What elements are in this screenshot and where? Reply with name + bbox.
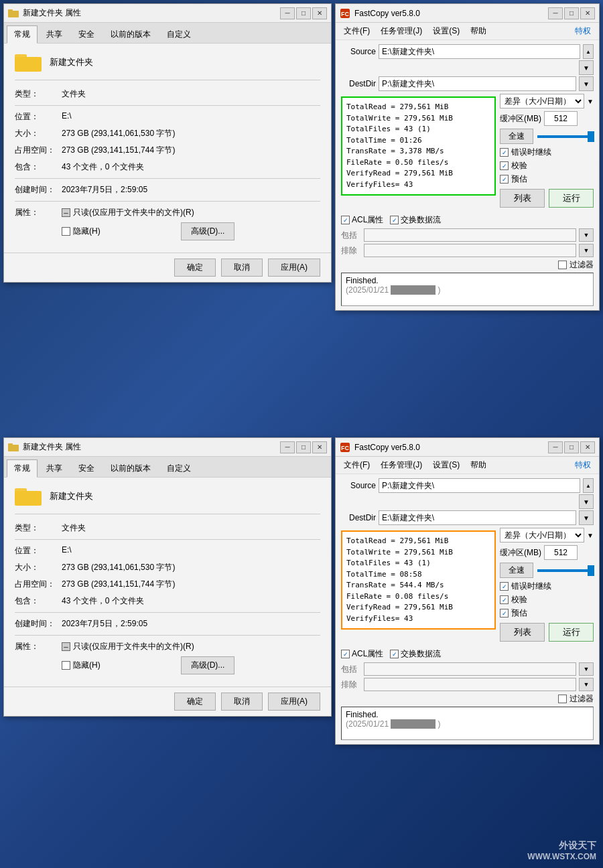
hidden-check-bottom[interactable]: 隐藏(H) [62, 660, 100, 671]
menu-special-top[interactable]: 特权 [570, 24, 596, 38]
source-dropdown-top[interactable]: ▼ [579, 60, 594, 75]
source-label-bottom: Source [341, 481, 376, 490]
diff-arrow-bottom[interactable]: ▼ [587, 532, 594, 539]
check-verify-bottom[interactable]: ✓ [500, 595, 509, 604]
maximize-button-bottom[interactable]: □ [296, 441, 311, 453]
advanced-button-bottom[interactable]: 高级(D)... [181, 656, 235, 674]
run-btn-bottom[interactable]: 运行 [549, 623, 594, 642]
menu-task-top[interactable]: 任务管理(J) [375, 24, 427, 38]
acl-check-top[interactable]: ✓ ACL属性 [341, 214, 383, 226]
exclude-dropdown-bottom[interactable]: ▼ [579, 678, 594, 691]
tab-share-bottom[interactable]: 共享 [39, 459, 70, 477]
diff-select-top[interactable]: 差异（大小/日期） [500, 94, 584, 108]
run-btn-top[interactable]: 运行 [549, 189, 594, 208]
speed-thumb-bottom[interactable] [588, 565, 594, 576]
tab-prev-top[interactable]: 以前的版本 [103, 25, 158, 43]
tab-general-top[interactable]: 常规 [7, 25, 38, 44]
menu-file-top[interactable]: 文件(F) [338, 24, 375, 38]
maximize-button[interactable]: □ [296, 7, 311, 19]
apply-button-bottom[interactable]: 应用(A) [268, 693, 320, 711]
hidden-check-top[interactable]: 隐藏(H) [62, 226, 100, 237]
acl-checkbox-top[interactable]: ✓ [341, 216, 350, 224]
diff-select-bottom[interactable]: 差异（大小/日期） [500, 528, 584, 542]
advanced-button-top[interactable]: 高级(D)... [181, 222, 235, 240]
destdir-dropdown-top[interactable]: ▼ [579, 76, 594, 91]
close-button[interactable]: ✕ [312, 7, 327, 19]
tab-security-top[interactable]: 安全 [71, 25, 102, 43]
minimize-button-bottom[interactable]: ─ [280, 441, 295, 453]
fc-close-top[interactable]: ✕ [580, 7, 595, 19]
source-scroll-up-top[interactable]: ▲ [583, 44, 594, 59]
tab-security-bottom[interactable]: 安全 [71, 459, 102, 477]
exclude-dropdown-top[interactable]: ▼ [579, 244, 594, 257]
stream-check-bottom[interactable]: ✓ 交换数据流 [390, 648, 441, 660]
minimize-button[interactable]: ─ [280, 7, 295, 19]
menu-file-bottom[interactable]: 文件(F) [338, 458, 375, 472]
fc-close-bottom[interactable]: ✕ [580, 441, 595, 453]
exclude-input-bottom[interactable] [364, 678, 576, 691]
exclude-input-top[interactable] [364, 244, 576, 257]
acl-checkbox-bottom[interactable]: ✓ [341, 650, 350, 658]
speed-thumb-top[interactable] [588, 131, 594, 142]
list-btn-bottom[interactable]: 列表 [500, 623, 545, 642]
readonly-check-bottom[interactable]: ─ 只读(仅应用于文件夹中的文件)(R) [62, 641, 194, 652]
acl-check-bottom[interactable]: ✓ ACL属性 [341, 648, 383, 660]
include-input-top[interactable] [364, 228, 576, 242]
readonly-checkbox-bottom[interactable]: ─ [62, 642, 70, 651]
menu-special-bottom[interactable]: 特权 [570, 458, 596, 472]
include-dropdown-bottom[interactable]: ▼ [579, 662, 594, 676]
fc-minimize-top[interactable]: ─ [548, 7, 563, 19]
check-verify-top[interactable]: ✓ [500, 161, 509, 170]
close-button-bottom[interactable]: ✕ [312, 441, 327, 453]
tab-general-bottom[interactable]: 常规 [7, 459, 38, 478]
filter-check-top[interactable] [558, 261, 567, 269]
tab-prev-bottom[interactable]: 以前的版本 [103, 459, 158, 477]
check-estimate-bottom[interactable]: ✓ [500, 609, 509, 618]
svg-rect-1 [8, 9, 13, 12]
tab-custom-top[interactable]: 自定义 [159, 25, 198, 43]
menu-settings-bottom[interactable]: 设置(S) [427, 458, 465, 472]
source-input-top[interactable] [379, 44, 580, 59]
menu-settings-top[interactable]: 设置(S) [427, 24, 465, 38]
list-btn-top[interactable]: 列表 [500, 189, 545, 208]
fc-minimize-bottom[interactable]: ─ [548, 441, 563, 453]
readonly-check-top[interactable]: ─ 只读(仅应用于文件夹中的文件)(R) [62, 207, 194, 218]
apply-button-top[interactable]: 应用(A) [268, 259, 320, 277]
source-input-bottom[interactable] [379, 478, 580, 493]
cancel-button-top[interactable]: 取消 [221, 259, 263, 277]
menu-help-bottom[interactable]: 帮助 [465, 458, 492, 472]
menu-task-bottom[interactable]: 任务管理(J) [375, 458, 427, 472]
menu-help-top[interactable]: 帮助 [465, 24, 492, 38]
stream-checkbox-top[interactable]: ✓ [390, 216, 399, 224]
include-dropdown-top[interactable]: ▼ [579, 228, 594, 242]
ok-button-top[interactable]: 确定 [174, 259, 216, 277]
source-dropdown-bottom[interactable]: ▼ [579, 494, 594, 509]
destdir-input-top[interactable] [379, 76, 576, 91]
readonly-checkbox-top[interactable]: ─ [62, 208, 70, 217]
check-estimate-top[interactable]: ✓ [500, 175, 509, 184]
buf-input-top[interactable] [544, 111, 578, 126]
ok-button-bottom[interactable]: 确定 [174, 693, 216, 711]
speed-btn-top[interactable]: 全速 [500, 129, 533, 144]
tab-custom-bottom[interactable]: 自定义 [159, 459, 198, 477]
stream-checkbox-bottom[interactable]: ✓ [390, 650, 399, 658]
destdir-dropdown-bottom[interactable]: ▼ [579, 510, 594, 525]
source-scroll-up-bottom[interactable]: ▲ [583, 478, 594, 493]
watermark: 外设天下 WWW.WSTX.COM [527, 840, 596, 861]
speed-btn-bottom[interactable]: 全速 [500, 563, 533, 578]
hidden-checkbox-bottom[interactable] [62, 661, 70, 670]
check-error-top[interactable]: ✓ [500, 148, 509, 157]
diff-arrow-top[interactable]: ▼ [587, 98, 594, 105]
cancel-button-bottom[interactable]: 取消 [221, 693, 263, 711]
hidden-checkbox-top[interactable] [62, 227, 70, 236]
include-input-bottom[interactable] [364, 662, 576, 676]
destdir-input-bottom[interactable] [379, 510, 576, 525]
check-error-bottom[interactable]: ✓ [500, 582, 509, 591]
fc-maximize-top[interactable]: □ [564, 7, 579, 19]
fc-maximize-bottom[interactable]: □ [564, 441, 579, 453]
filter-check-bottom[interactable] [558, 695, 567, 703]
tab-share-top[interactable]: 共享 [39, 25, 70, 43]
stream-check-top[interactable]: ✓ 交换数据流 [390, 214, 441, 226]
buf-input-bottom[interactable] [544, 545, 578, 560]
include-label-bottom: 包括 [341, 664, 361, 675]
